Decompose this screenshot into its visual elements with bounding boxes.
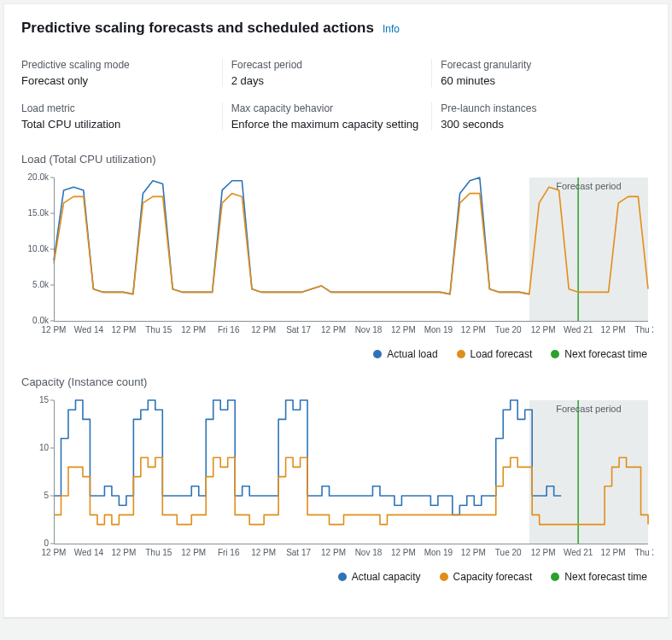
svg-text:20.0k: 20.0k: [28, 172, 50, 182]
info-link[interactable]: Info: [383, 23, 400, 35]
svg-text:Mon 19: Mon 19: [424, 548, 453, 557]
legend-label: Capacity forecast: [453, 571, 533, 583]
svg-text:12 PM: 12 PM: [321, 548, 346, 557]
svg-text:12 PM: 12 PM: [601, 548, 626, 557]
svg-text:12 PM: 12 PM: [391, 325, 416, 335]
svg-text:12 PM: 12 PM: [531, 548, 556, 557]
legend-label: Actual load: [387, 348, 437, 360]
svg-text:Tue 20: Tue 20: [495, 325, 522, 335]
legend-dot-icon: [338, 573, 347, 581]
meta-value: Total CPU utilization: [21, 118, 214, 131]
svg-text:Fri 16: Fri 16: [218, 325, 240, 335]
legend-item-actual-capacity: Actual capacity: [338, 571, 421, 583]
svg-text:12 PM: 12 PM: [391, 548, 416, 557]
svg-text:Wed 14: Wed 14: [74, 325, 104, 335]
svg-text:Tue 20: Tue 20: [495, 548, 522, 557]
meta-value: Forecast only: [21, 74, 214, 87]
svg-text:5.0k: 5.0k: [32, 280, 50, 289]
meta-label: Pre-launch instances: [441, 102, 634, 114]
svg-text:5: 5: [44, 491, 49, 500]
meta-label: Load metric: [21, 102, 214, 114]
meta-value: 300 seconds: [441, 118, 634, 131]
svg-rect-0: [529, 177, 648, 321]
svg-text:12 PM: 12 PM: [42, 548, 67, 557]
svg-text:Forecast period: Forecast period: [556, 404, 621, 414]
svg-text:12 PM: 12 PM: [251, 548, 276, 557]
meta-prelaunch: Pre-launch instances 300 seconds: [441, 102, 651, 131]
legend-load: Actual load Load forecast Next forecast …: [21, 341, 651, 360]
svg-text:Thu 15: Thu 15: [145, 548, 172, 557]
svg-text:Thu 15: Thu 15: [145, 325, 172, 335]
svg-text:Sat 17: Sat 17: [286, 325, 311, 335]
legend-label: Actual capacity: [352, 571, 421, 583]
legend-label: Next forecast time: [564, 348, 647, 360]
svg-text:12 PM: 12 PM: [181, 325, 206, 335]
svg-text:Wed 14: Wed 14: [74, 548, 104, 557]
svg-text:0: 0: [44, 538, 49, 548]
meta-mode: Predictive scaling mode Forecast only: [21, 59, 231, 87]
legend-label: Load forecast: [470, 348, 533, 360]
svg-text:12 PM: 12 PM: [321, 325, 346, 335]
svg-rect-33: [529, 400, 648, 544]
meta-value: 60 minutes: [441, 74, 634, 87]
predictive-scaling-panel: Predictive scaling forecasts and schedul…: [3, 3, 669, 618]
svg-text:Sat 17: Sat 17: [286, 548, 311, 557]
svg-text:Thu 22: Thu 22: [634, 548, 653, 557]
svg-text:12 PM: 12 PM: [531, 325, 556, 335]
meta-value: 2 days: [231, 74, 424, 87]
legend-dot-icon: [551, 573, 559, 581]
legend-dot-icon: [551, 350, 559, 358]
meta-period: Forecast period 2 days: [231, 59, 441, 87]
svg-text:15: 15: [39, 395, 50, 404]
legend-item-load-forecast: Load forecast: [457, 348, 533, 360]
meta-label: Forecast period: [231, 59, 424, 71]
meta-load-metric: Load metric Total CPU utilization: [21, 102, 231, 131]
chart-load: Load (Total CPU utilization) 0.0k5.0k10.…: [21, 153, 651, 360]
meta-granularity: Forecast granularity 60 minutes: [441, 59, 651, 87]
svg-text:Nov 18: Nov 18: [355, 325, 383, 335]
legend-dot-icon: [440, 573, 448, 581]
svg-text:0.0k: 0.0k: [32, 316, 50, 325]
svg-text:Wed 21: Wed 21: [564, 325, 593, 335]
svg-text:10: 10: [39, 443, 50, 452]
svg-text:12 PM: 12 PM: [461, 325, 486, 335]
chart-title: Capacity (Instance count): [21, 375, 651, 388]
meta-grid: Predictive scaling mode Forecast only Fo…: [21, 59, 651, 131]
svg-text:Nov 18: Nov 18: [355, 548, 383, 557]
panel-header: Predictive scaling forecasts and schedul…: [21, 20, 651, 37]
panel-title: Predictive scaling forecasts and schedul…: [21, 20, 374, 37]
meta-label: Forecast granularity: [441, 59, 634, 71]
legend-item-capacity-forecast: Capacity forecast: [440, 571, 533, 583]
legend-dot-icon: [373, 350, 382, 358]
legend-item-actual-load: Actual load: [373, 348, 437, 360]
meta-value: Enforce the maximum capacity setting: [231, 118, 424, 131]
svg-text:12 PM: 12 PM: [601, 325, 626, 335]
svg-text:12 PM: 12 PM: [111, 325, 136, 335]
legend-item-next-forecast-time: Next forecast time: [551, 571, 647, 583]
legend-capacity: Actual capacity Capacity forecast Next f…: [21, 564, 651, 583]
chart-svg-capacity: 05101512 PMWed 1412 PMThu 1512 PMFri 161…: [21, 393, 653, 564]
chart-title: Load (Total CPU utilization): [21, 153, 651, 166]
svg-text:Wed 21: Wed 21: [564, 548, 593, 557]
svg-text:12 PM: 12 PM: [251, 325, 276, 335]
svg-text:Fri 16: Fri 16: [218, 548, 240, 557]
legend-label: Next forecast time: [564, 571, 647, 583]
svg-text:12 PM: 12 PM: [42, 325, 67, 335]
svg-text:10.0k: 10.0k: [28, 244, 50, 253]
svg-text:Mon 19: Mon 19: [424, 325, 453, 335]
legend-item-next-forecast-time: Next forecast time: [551, 348, 647, 360]
svg-text:15.0k: 15.0k: [28, 208, 50, 218]
svg-text:12 PM: 12 PM: [461, 548, 486, 557]
meta-label: Max capacity behavior: [231, 102, 424, 114]
legend-dot-icon: [457, 350, 465, 358]
svg-text:12 PM: 12 PM: [181, 548, 206, 557]
chart-svg-load: 0.0k5.0k10.0k15.0k20.0k12 PMWed 1412 PMT…: [21, 171, 653, 341]
meta-label: Predictive scaling mode: [21, 59, 214, 71]
svg-text:Forecast period: Forecast period: [556, 181, 621, 191]
svg-text:Thu 22: Thu 22: [634, 325, 653, 335]
svg-text:12 PM: 12 PM: [111, 548, 136, 557]
chart-capacity: Capacity (Instance count) 05101512 PMWed…: [21, 375, 651, 583]
meta-max-capacity: Max capacity behavior Enforce the maximu…: [231, 102, 441, 131]
